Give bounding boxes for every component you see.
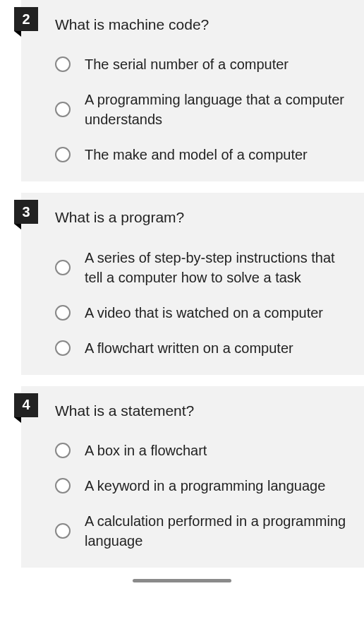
question-block: 3 What is a program? A series of step-by…	[21, 193, 364, 374]
answer-list: The serial number of a computer A progra…	[55, 54, 350, 165]
answer-option[interactable]: A video that is watched on a computer	[55, 303, 350, 323]
answer-text: A calculation performed in a programming…	[85, 511, 350, 551]
answer-text: A programming language that a computer u…	[85, 90, 350, 129]
answer-list: A series of step-by-step instructions th…	[55, 248, 350, 358]
radio-icon	[55, 260, 71, 275]
answer-text: The serial number of a computer	[85, 54, 289, 74]
question-block: 2 What is machine code? The serial numbe…	[21, 0, 364, 181]
answer-text: A box in a flowchart	[85, 441, 207, 460]
radio-icon	[55, 305, 71, 321]
radio-icon	[55, 147, 71, 162]
radio-icon	[55, 478, 71, 494]
answer-option[interactable]: The make and model of a computer	[55, 145, 350, 165]
answer-option[interactable]: A series of step-by-step instructions th…	[55, 248, 350, 287]
question-number-badge: 3	[14, 200, 38, 224]
radio-icon	[55, 523, 71, 539]
radio-icon	[55, 56, 71, 72]
radio-icon	[55, 340, 71, 356]
answer-text: A video that is watched on a computer	[85, 303, 323, 323]
question-text: What is a program?	[55, 207, 350, 227]
answer-option[interactable]: A flowchart written on a computer	[55, 338, 350, 358]
radio-icon	[55, 443, 71, 458]
question-text: What is machine code?	[55, 14, 350, 35]
answer-option[interactable]: A programming language that a computer u…	[55, 90, 350, 129]
answer-option[interactable]: A keyword in a programming language	[55, 476, 350, 496]
answer-list: A box in a flowchart A keyword in a prog…	[55, 441, 350, 551]
question-number-badge: 2	[14, 7, 38, 31]
answer-option[interactable]: A calculation performed in a programming…	[55, 511, 350, 551]
answer-text: A keyword in a programming language	[85, 476, 325, 496]
answer-option[interactable]: A box in a flowchart	[55, 441, 350, 460]
home-indicator	[133, 579, 231, 582]
question-number-badge: 4	[14, 393, 38, 417]
question-block: 4 What is a statement? A box in a flowch…	[21, 386, 364, 568]
answer-text: A flowchart written on a computer	[85, 338, 293, 358]
answer-option[interactable]: The serial number of a computer	[55, 54, 350, 74]
answer-text: The make and model of a computer	[85, 145, 308, 165]
radio-icon	[55, 102, 71, 117]
question-text: What is a statement?	[55, 400, 350, 421]
answer-text: A series of step-by-step instructions th…	[85, 248, 350, 287]
